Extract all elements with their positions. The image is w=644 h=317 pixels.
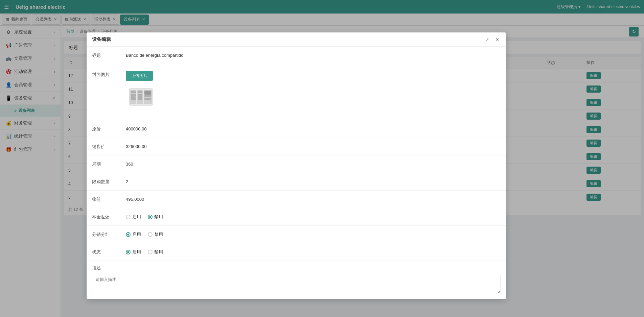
field-label-distribution: 分销分红 xyxy=(87,227,120,242)
form-row-yield: 收益 xyxy=(87,191,506,208)
status-disable-label: 禁用 xyxy=(154,249,163,255)
status-enable-radio[interactable]: 启用 xyxy=(126,249,141,255)
refund-disable-radio[interactable]: 禁用 xyxy=(148,214,163,220)
describe-label: 描述 xyxy=(92,265,501,271)
field-label-limit: 限购数量 xyxy=(87,175,120,189)
field-value-cover: 上传图片 xyxy=(120,67,506,117)
field-value-original[interactable] xyxy=(120,122,506,136)
original-price-input[interactable] xyxy=(126,126,501,131)
modal-title: 设备编辑 xyxy=(92,36,111,43)
field-label-yield: 收益 xyxy=(87,192,120,206)
device-edit-modal: 设备编辑 — ⤢ ✕ 标题 封面图片 上传图片 xyxy=(87,32,506,299)
modal-header: 设备编辑 — ⤢ ✕ xyxy=(87,32,506,47)
svg-rect-10 xyxy=(144,91,151,95)
field-value-distribution: 启用 禁用 xyxy=(120,227,506,242)
field-label-sale: 销售价 xyxy=(87,140,120,154)
modal-controls: — ⤢ ✕ xyxy=(473,36,501,43)
field-label-cover: 封面图片 xyxy=(87,67,120,82)
status-radio-group: 启用 禁用 xyxy=(126,249,501,255)
status-enable-label: 启用 xyxy=(132,249,141,255)
svg-rect-4 xyxy=(131,91,136,93)
svg-rect-7 xyxy=(138,91,142,93)
sale-price-input[interactable] xyxy=(126,144,501,149)
refund-enable-circle xyxy=(126,215,131,219)
limit-input[interactable] xyxy=(126,179,501,184)
distribution-radio-group: 启用 禁用 xyxy=(126,231,501,238)
field-label-title: 标题 xyxy=(87,48,120,63)
modal-close-button[interactable]: ✕ xyxy=(494,36,501,43)
form-row-original-price: 原价 xyxy=(87,120,506,138)
field-label-refund: 本金返还 xyxy=(87,210,120,224)
modal-minimize-button[interactable]: — xyxy=(473,36,480,43)
field-value-yield[interactable] xyxy=(120,193,506,206)
field-label-original: 原价 xyxy=(87,122,120,136)
svg-rect-8 xyxy=(138,94,142,97)
field-value-sale[interactable] xyxy=(120,140,506,153)
field-value-title[interactable] xyxy=(120,49,506,62)
form-row-distribution: 分销分红 启用 禁用 xyxy=(87,226,506,243)
status-enable-circle xyxy=(126,250,131,254)
modal-overlay: 设备编辑 — ⤢ ✕ 标题 封面图片 上传图片 xyxy=(0,0,644,317)
form-row-limit: 限购数量 xyxy=(87,173,506,191)
form-row-cover: 封面图片 上传图片 xyxy=(87,64,506,120)
status-disable-circle xyxy=(148,250,153,254)
describe-input[interactable] xyxy=(92,274,501,294)
svg-rect-9 xyxy=(138,97,142,100)
dist-enable-circle xyxy=(126,232,131,237)
dist-enable-label: 启用 xyxy=(132,231,141,238)
describe-section: 描述 xyxy=(87,261,506,299)
field-label-status: 状态 xyxy=(87,245,120,259)
svg-rect-5 xyxy=(131,94,136,97)
title-input[interactable] xyxy=(126,53,501,58)
field-value-refund: 启用 禁用 xyxy=(120,210,506,224)
dist-enable-radio[interactable]: 启用 xyxy=(126,231,141,238)
svg-rect-11 xyxy=(144,95,151,97)
field-value-period[interactable] xyxy=(120,157,506,171)
dist-disable-circle xyxy=(148,232,153,237)
refund-disable-circle xyxy=(148,215,153,219)
yield-input[interactable] xyxy=(126,197,501,202)
device-image-preview xyxy=(126,83,156,111)
refund-enable-radio[interactable]: 启用 xyxy=(126,214,141,220)
form-row-refund: 本金返还 启用 禁用 xyxy=(87,208,506,226)
refund-radio-group: 启用 禁用 xyxy=(126,214,501,220)
dist-disable-label: 禁用 xyxy=(154,231,163,238)
form-row-sale-price: 销售价 xyxy=(87,138,506,155)
refund-enable-label: 启用 xyxy=(132,214,141,220)
modal-body: 标题 封面图片 上传图片 xyxy=(87,47,506,299)
period-input[interactable] xyxy=(126,162,501,167)
dist-disable-radio[interactable]: 禁用 xyxy=(148,231,163,238)
upload-image-button[interactable]: 上传图片 xyxy=(126,71,153,81)
svg-rect-12 xyxy=(144,98,151,100)
field-value-limit[interactable] xyxy=(120,175,506,188)
modal-maximize-button[interactable]: ⤢ xyxy=(484,36,490,43)
form-row-period: 周期 xyxy=(87,155,506,173)
field-value-status: 启用 禁用 xyxy=(120,245,506,259)
form-row-title: 标题 xyxy=(87,47,506,64)
form-row-status: 状态 启用 禁用 xyxy=(87,243,506,261)
status-disable-radio[interactable]: 禁用 xyxy=(148,249,163,255)
refund-disable-label: 禁用 xyxy=(154,214,163,220)
device-image-svg xyxy=(128,85,155,109)
svg-rect-6 xyxy=(131,97,136,100)
field-label-period: 周期 xyxy=(87,157,120,171)
